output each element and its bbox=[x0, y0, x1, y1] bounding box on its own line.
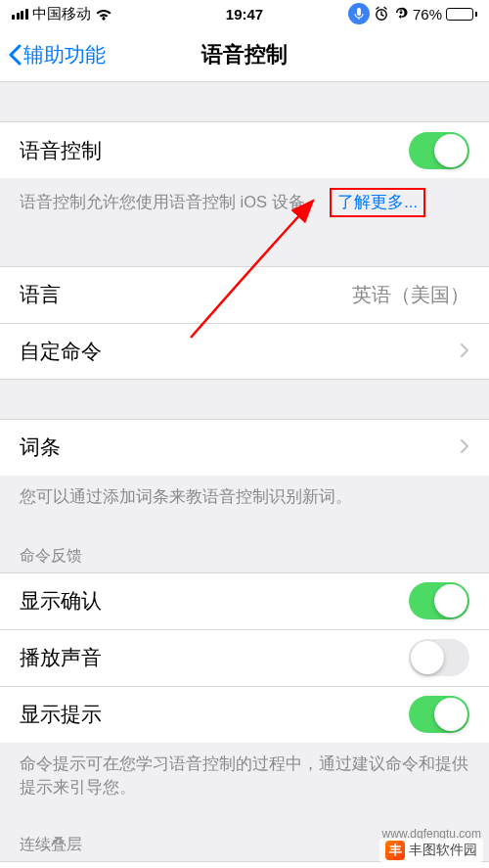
status-left: 中国移动 bbox=[12, 5, 112, 23]
cell-vocab[interactable]: 词条 bbox=[0, 419, 489, 476]
feedback-header: 命令反馈 bbox=[0, 538, 489, 572]
carrier-label: 中国移动 bbox=[32, 5, 91, 23]
back-label: 辅助功能 bbox=[23, 41, 106, 69]
status-bar: 中国移动 19:47 76% bbox=[0, 0, 489, 27]
cell-show-hint: 显示提示 bbox=[0, 686, 489, 743]
group-language: 语言 英语（美国） 自定命令 bbox=[0, 266, 489, 380]
orientation-lock-icon bbox=[393, 6, 409, 22]
play-sound-label: 播放声音 bbox=[20, 644, 409, 671]
highlight-box: 了解更多... bbox=[330, 188, 425, 217]
cell-language[interactable]: 语言 英语（美国） bbox=[0, 266, 489, 323]
page-title: 语音控制 bbox=[201, 40, 288, 69]
wifi-icon bbox=[95, 8, 112, 21]
group-voice-control: 语音控制 语音控制允许您使用语音控制 iOS 设备。 了解更多... bbox=[0, 121, 489, 227]
status-right: 76% bbox=[348, 3, 477, 24]
svg-rect-1 bbox=[400, 12, 402, 14]
content: 语音控制 语音控制允许您使用语音控制 iOS 设备。 了解更多... 语言 英语… bbox=[0, 121, 489, 868]
cell-show-confirm: 显示确认 bbox=[0, 572, 489, 629]
chevron-right-icon bbox=[460, 340, 469, 363]
watermark-brand: 丰图软件园 bbox=[409, 842, 477, 859]
custom-cmd-label: 自定命令 bbox=[20, 338, 452, 365]
group-feedback: 命令反馈 显示确认 播放声音 显示提示 命令提示可在您学习语音控制的过程中，通过… bbox=[0, 538, 489, 809]
play-sound-toggle[interactable] bbox=[409, 639, 469, 676]
show-hint-label: 显示提示 bbox=[20, 701, 409, 728]
language-value: 英语（美国） bbox=[352, 282, 469, 308]
alarm-icon bbox=[374, 6, 389, 22]
cell-custom-commands[interactable]: 自定命令 bbox=[0, 323, 489, 380]
chevron-left-icon bbox=[8, 44, 22, 66]
chevron-right-icon bbox=[460, 435, 469, 459]
status-time: 19:47 bbox=[226, 6, 263, 23]
voice-control-footer: 语音控制允许您使用语音控制 iOS 设备。 了解更多... bbox=[0, 178, 489, 227]
watermark-logo-icon: 丰 bbox=[385, 841, 405, 860]
show-hint-toggle[interactable] bbox=[409, 696, 469, 733]
voice-control-label: 语音控制 bbox=[20, 137, 409, 164]
learn-more-link[interactable]: 了解更多... bbox=[337, 193, 418, 210]
mic-indicator-icon bbox=[348, 3, 370, 24]
battery-icon bbox=[446, 8, 477, 21]
watermark: 丰 丰图软件园 bbox=[379, 839, 483, 862]
voice-footer-text: 语音控制允许您使用语音控制 iOS 设备。 bbox=[20, 193, 322, 210]
group-vocab: 词条 您可以通过添加词条来教语音控制识别新词。 bbox=[0, 419, 489, 519]
show-confirm-label: 显示确认 bbox=[20, 587, 409, 615]
vocab-footer: 您可以通过添加词条来教语音控制识别新词。 bbox=[0, 476, 489, 519]
signal-icon bbox=[12, 9, 28, 20]
cell-voice-control: 语音控制 bbox=[0, 121, 489, 178]
feedback-footer: 命令提示可在您学习语音控制的过程中，通过建议命令和提供提示来引导您。 bbox=[0, 743, 489, 809]
voice-control-toggle[interactable] bbox=[409, 132, 469, 169]
show-confirm-toggle[interactable] bbox=[409, 582, 469, 619]
language-label: 语言 bbox=[20, 281, 352, 308]
battery-percent: 76% bbox=[413, 6, 442, 23]
cell-play-sound: 播放声音 bbox=[0, 629, 489, 686]
back-button[interactable]: 辅助功能 bbox=[0, 41, 106, 69]
nav-bar: 辅助功能 语音控制 bbox=[0, 27, 489, 82]
vocab-label: 词条 bbox=[20, 434, 452, 461]
